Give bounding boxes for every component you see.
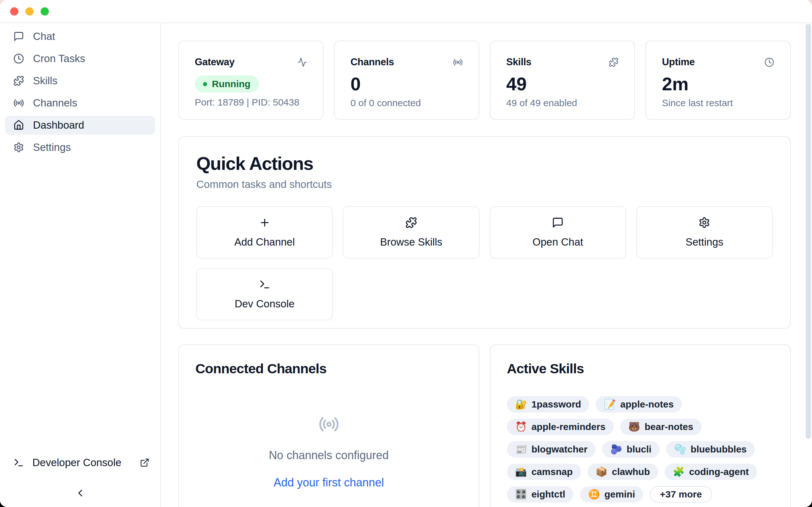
- skill-badge-camsnap: 📸 camsnap: [507, 464, 581, 480]
- skill-name: apple-reminders: [531, 421, 605, 432]
- skill-name: blucli: [627, 444, 652, 455]
- skill-emoji: 📝: [604, 400, 616, 409]
- skill-emoji: 🎛️: [515, 490, 527, 499]
- stat-title: Uptime: [662, 56, 695, 68]
- status-badge: Running: [195, 75, 259, 93]
- clock-icon: [764, 57, 774, 67]
- collapse-sidebar-button[interactable]: [74, 487, 86, 499]
- main-content: Gateway Running Port: 18789 | PID: 50438…: [161, 23, 812, 507]
- scrollbar-thumb[interactable]: [806, 24, 811, 439]
- action-dev-console-button[interactable]: Dev Console: [196, 268, 333, 320]
- skill-badge-blucli: 🫐 blucli: [602, 441, 660, 458]
- app-body: Chat Cron Tasks Skills Channels Dashboar…: [0, 23, 812, 507]
- close-button[interactable]: [10, 7, 18, 15]
- sidebar-item-cron-tasks[interactable]: Cron Tasks: [5, 49, 155, 68]
- skill-name: camsnap: [531, 466, 572, 477]
- active-skills-title: Active Skills: [507, 361, 774, 377]
- skill-emoji: 🐻: [628, 422, 640, 432]
- skill-badge-bluebubbles: 🫧 bluebubbles: [666, 441, 755, 458]
- sidebar-item-channels[interactable]: Channels: [5, 94, 155, 112]
- sidebar-item-dashboard[interactable]: Dashboard: [5, 116, 155, 135]
- status-dot: [203, 82, 207, 86]
- action-label: Browse Skills: [380, 236, 442, 248]
- status-label: Running: [212, 78, 251, 89]
- skill-emoji: ⏰: [515, 422, 527, 432]
- connected-channels-card: Connected Channels No channels configure…: [178, 344, 479, 507]
- message-square-icon: [13, 31, 24, 42]
- action-label: Dev Console: [235, 298, 295, 310]
- action-browse-skills-button[interactable]: Browse Skills: [343, 206, 479, 259]
- skill-emoji: 🫐: [610, 445, 622, 454]
- plus-icon: [259, 217, 270, 228]
- stat-value: 0: [351, 75, 463, 93]
- developer-console-button[interactable]: Developer Console: [5, 453, 155, 472]
- external-link-icon[interactable]: [140, 458, 149, 467]
- skill-badge-eightctl: 🎛️ eightctl: [507, 486, 573, 503]
- action-label: Settings: [686, 236, 723, 248]
- gear-icon: [13, 142, 24, 153]
- puzzle-icon: [405, 217, 417, 228]
- stat-detail: Port: 18789 | PID: 50438: [195, 97, 307, 108]
- skill-badge-clawhub: 📦 clawhub: [588, 464, 658, 480]
- skill-badge-1password: 🔐 1password: [507, 396, 589, 412]
- sidebar-nav: Chat Cron Tasks Skills Channels Dashboar…: [5, 27, 155, 160]
- stats-grid: Gateway Running Port: 18789 | PID: 50438…: [178, 41, 791, 120]
- skill-badge-blogwatcher: 📰 blogwatcher: [507, 441, 596, 458]
- skill-badge-apple-notes: 📝 apple-notes: [596, 396, 682, 412]
- skill-name: bluebubbles: [691, 444, 747, 455]
- action-open-chat-button[interactable]: Open Chat: [490, 206, 626, 259]
- channels-empty-state: No channels configured Add your first ch…: [195, 414, 462, 489]
- skill-badge-gemini: ♊️ gemini: [580, 486, 643, 503]
- sidebar: Chat Cron Tasks Skills Channels Dashboar…: [0, 23, 161, 507]
- skill-name: bear-notes: [645, 421, 693, 432]
- stat-title: Gateway: [195, 56, 235, 68]
- stat-card-header: Skills: [506, 56, 618, 68]
- message-square-icon: [552, 217, 564, 228]
- action-add-channel-button[interactable]: Add Channel: [196, 206, 333, 259]
- skill-emoji: 📦: [596, 467, 607, 476]
- collapse-row: [5, 487, 155, 499]
- add-first-channel-link[interactable]: Add your first channel: [273, 476, 384, 489]
- bottom-grid: Connected Channels No channels configure…: [178, 344, 791, 507]
- quick-actions-card: Quick Actions Common tasks and shortcuts…: [178, 136, 791, 329]
- skill-name: clawhub: [612, 466, 650, 477]
- skill-badge-bear-notes: 🐻 bear-notes: [620, 418, 702, 435]
- action-label: Add Channel: [235, 236, 295, 248]
- connected-channels-title: Connected Channels: [195, 361, 462, 377]
- titlebar: [0, 0, 812, 23]
- active-skills-card: Active Skills 🔐 1password 📝 apple-notes …: [490, 344, 791, 507]
- zoom-button[interactable]: [41, 7, 49, 15]
- skill-name: blogwatcher: [531, 444, 588, 455]
- minimize-button[interactable]: [26, 7, 34, 15]
- app-window: Chat Cron Tasks Skills Channels Dashboar…: [0, 0, 812, 507]
- stat-card-header: Gateway: [195, 56, 307, 68]
- home-icon: [13, 120, 24, 130]
- terminal-icon: [13, 457, 24, 468]
- clock-icon: [13, 53, 24, 64]
- skill-badge-apple-reminders: ⏰ apple-reminders: [507, 418, 614, 435]
- sidebar-item-chat[interactable]: Chat: [5, 27, 155, 46]
- action-settings-button[interactable]: Settings: [636, 206, 773, 259]
- quick-actions-subtitle: Common tasks and shortcuts: [196, 178, 773, 190]
- puzzle-icon: [13, 75, 24, 86]
- radio-icon: [453, 57, 463, 67]
- skill-name: eightctl: [531, 489, 565, 500]
- stat-title: Skills: [506, 56, 531, 68]
- desktop-background: Chat Cron Tasks Skills Channels Dashboar…: [0, 0, 812, 507]
- skill-emoji: 🔐: [515, 400, 527, 409]
- skill-emoji: 📰: [515, 445, 527, 454]
- more-skills-button[interactable]: +37 more: [650, 486, 712, 503]
- activity-icon: [297, 57, 307, 67]
- quick-actions-title: Quick Actions: [196, 153, 773, 174]
- stat-detail: 0 of 0 connected: [351, 98, 463, 108]
- stat-title: Channels: [351, 56, 394, 68]
- terminal-icon: [259, 279, 270, 290]
- sidebar-item-settings[interactable]: Settings: [5, 138, 155, 157]
- stat-card-skills: Skills 49 49 of 49 enabled: [490, 41, 635, 120]
- sidebar-item-skills[interactable]: Skills: [5, 71, 155, 90]
- skill-name: apple-notes: [620, 399, 674, 410]
- empty-state-text: No channels configured: [269, 449, 389, 462]
- action-label: Open Chat: [532, 236, 583, 248]
- skill-emoji: 🧩: [673, 467, 684, 476]
- skills-badges: 🔐 1password 📝 apple-notes ⏰ apple-remind…: [507, 396, 774, 503]
